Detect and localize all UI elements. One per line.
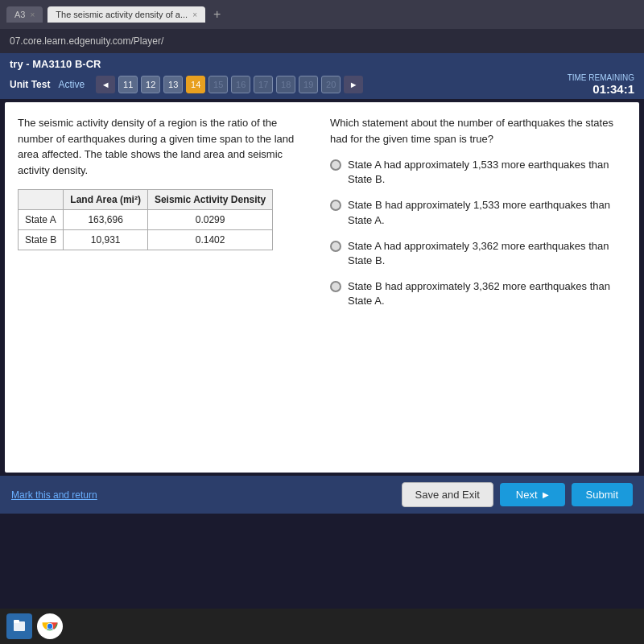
address-bar: 07.core.learn.edgenuity.com/Player/ xyxy=(0,29,644,53)
nav-num-19[interactable]: 19 xyxy=(299,76,318,93)
data-table: Land Area (mi²) Seismic Activity Density… xyxy=(18,189,273,250)
taskbar-chrome-icon[interactable] xyxy=(37,613,63,639)
nav-section: Unit Test Active ◄ 11 12 13 14 15 16 17 … xyxy=(10,76,363,93)
radio-b[interactable] xyxy=(330,200,341,211)
table-row-state-b: State B 10,931 0.1402 xyxy=(19,230,273,250)
tab-a3-close[interactable]: × xyxy=(30,10,35,19)
answer-text-c: State A had approximately 3,362 more ear… xyxy=(348,239,626,268)
left-panel: The seismic activity density of a region… xyxy=(18,115,314,460)
svg-rect-1 xyxy=(14,620,19,623)
header-nav-row: Unit Test Active ◄ 11 12 13 14 15 16 17 … xyxy=(10,73,634,96)
tab-seismic[interactable]: The seismic activity density of a... × xyxy=(47,6,205,23)
footer: Mark this and return Save and Exit Next … xyxy=(0,476,644,514)
new-tab-button[interactable]: + xyxy=(210,7,224,22)
table-header-density: Seismic Activity Density xyxy=(147,190,272,210)
table-header-land: Land Area (mi²) xyxy=(64,190,148,210)
table-cell-state-b-name: State B xyxy=(19,230,64,250)
tab-seismic-close[interactable]: × xyxy=(192,10,197,19)
table-header-state xyxy=(19,190,64,210)
nav-num-17[interactable]: 17 xyxy=(254,76,273,93)
nav-num-20[interactable]: 20 xyxy=(321,76,341,93)
nav-next-button[interactable]: ► xyxy=(344,76,363,93)
browser-tab-bar: A3 × The seismic activity density of a..… xyxy=(0,0,644,29)
active-status-label: Active xyxy=(58,79,85,90)
time-label: TIME REMAINING xyxy=(568,73,634,82)
submit-button[interactable]: Submit xyxy=(572,483,633,506)
next-button[interactable]: Next xyxy=(500,483,565,506)
nav-num-13[interactable]: 13 xyxy=(163,76,183,93)
table-cell-state-b-density: 0.1402 xyxy=(147,230,272,250)
right-panel: Which statement about the number of eart… xyxy=(330,115,626,460)
answer-option-b[interactable]: State B had approximately 1,533 more ear… xyxy=(330,198,626,227)
nav-num-18[interactable]: 18 xyxy=(276,76,295,93)
nav-num-11[interactable]: 11 xyxy=(118,76,138,93)
svg-point-5 xyxy=(47,624,52,629)
taskbar-files-icon[interactable] xyxy=(6,613,32,639)
table-row-state-a: State A 163,696 0.0299 xyxy=(19,210,273,230)
nav-num-16[interactable]: 16 xyxy=(231,76,250,93)
radio-c[interactable] xyxy=(330,241,341,252)
table-cell-state-a-area: 163,696 xyxy=(64,210,148,230)
answer-text-d: State B had approximately 3,362 more ear… xyxy=(348,279,626,308)
mark-return-link[interactable]: Mark this and return xyxy=(11,489,97,501)
nav-prev-button[interactable]: ◄ xyxy=(96,76,115,93)
url-text: 07.core.learn.edgenuity.com/Player/ xyxy=(10,35,163,47)
time-remaining: TIME REMAINING 01:34:1 xyxy=(568,73,634,96)
tab-a3[interactable]: A3 × xyxy=(6,6,43,23)
table-cell-state-a-name: State A xyxy=(19,210,64,230)
save-exit-button[interactable]: Save and Exit xyxy=(402,482,493,507)
answer-option-a[interactable]: State A had approximately 1,533 more ear… xyxy=(330,158,626,187)
main-content: The seismic activity density of a region… xyxy=(5,102,639,473)
tab-seismic-label: The seismic activity density of a... xyxy=(56,10,188,19)
app-header: try - MA3110 B-CR Unit Test Active ◄ 11 … xyxy=(0,53,644,99)
time-value: 01:34:1 xyxy=(568,82,634,96)
answer-option-d[interactable]: State B had approximately 3,362 more ear… xyxy=(330,279,626,308)
nav-num-15[interactable]: 15 xyxy=(208,76,228,93)
passage-text: The seismic activity density of a region… xyxy=(18,115,314,178)
app-title: try - MA3110 B-CR xyxy=(10,58,634,70)
table-cell-state-a-density: 0.0299 xyxy=(147,210,272,230)
taskbar xyxy=(0,609,644,644)
answer-text-a: State A had approximately 1,533 more ear… xyxy=(348,158,626,187)
question-text: Which statement about the number of eart… xyxy=(330,115,626,147)
tab-a3-label: A3 xyxy=(14,10,25,19)
nav-num-14[interactable]: 14 xyxy=(186,76,205,93)
footer-buttons: Save and Exit Next Submit xyxy=(402,482,633,507)
nav-num-12[interactable]: 12 xyxy=(141,76,160,93)
unit-test-label: Unit Test xyxy=(10,79,50,90)
table-cell-state-b-area: 10,931 xyxy=(64,230,148,250)
radio-a[interactable] xyxy=(330,159,341,171)
answer-option-c[interactable]: State A had approximately 3,362 more ear… xyxy=(330,239,626,268)
answer-text-b: State B had approximately 1,533 more ear… xyxy=(348,198,626,227)
radio-d[interactable] xyxy=(330,281,341,292)
